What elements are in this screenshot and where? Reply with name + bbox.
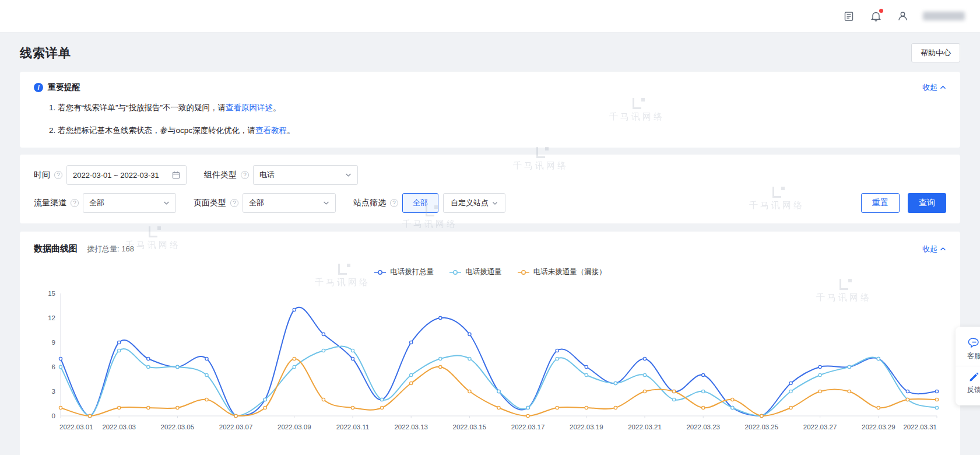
svg-text:2022.03.29: 2022.03.29 (862, 424, 895, 430)
chevron-down-icon (345, 173, 352, 177)
top-header (0, 0, 980, 33)
notification-dot (879, 9, 883, 13)
reset-button[interactable]: 重置 (861, 193, 900, 213)
chart-collapse-link[interactable]: 收起 (922, 244, 946, 254)
component-type-select[interactable]: 电话 (253, 165, 358, 185)
help-center-button[interactable]: 帮助中心 (911, 43, 960, 62)
orders-icon[interactable] (842, 10, 855, 23)
chevron-up-icon (940, 85, 946, 90)
svg-text:2022.03.05: 2022.03.05 (161, 424, 195, 430)
svg-text:2022.03.07: 2022.03.07 (219, 424, 253, 430)
query-button[interactable]: 查询 (908, 193, 946, 213)
notice-collapse-link[interactable]: 收起 (922, 82, 946, 93)
help-question-icon[interactable]: ? (230, 199, 238, 207)
chevron-down-icon (492, 201, 498, 205)
legend-item-2[interactable]: 电话未拨通量（漏接） (517, 267, 606, 277)
page-type-label: 页面类型 (194, 198, 226, 208)
svg-text:2022.03.11: 2022.03.11 (336, 424, 370, 430)
notice-panel: i 重要提醒 收起 1. 若您有“线索详单”与“投放报告”不一致的疑问，请查看原… (20, 72, 960, 148)
svg-text:2022.03.19: 2022.03.19 (570, 424, 603, 430)
help-question-icon[interactable]: ? (241, 171, 249, 179)
calendar-icon (172, 171, 180, 179)
svg-text:2022.03.15: 2022.03.15 (453, 424, 487, 430)
time-label: 时间 (34, 170, 50, 180)
filter-panel: 时间 ? 2022-03-01 ~ 2022-03-31 组件类型 ? 电话 (20, 155, 960, 223)
chat-bubble-icon (968, 337, 980, 349)
chevron-down-icon (323, 201, 329, 205)
site-filter-label: 站点筛选 (353, 198, 386, 208)
date-range-input[interactable]: 2022-03-01 ~ 2022-03-31 (66, 165, 187, 185)
filter-page-type: 页面类型 ? 全部 (194, 193, 336, 213)
chevron-up-icon (940, 247, 946, 251)
help-question-icon[interactable]: ? (390, 199, 398, 207)
view-tutorial-link[interactable]: 查看教程 (255, 126, 287, 135)
customer-service-button[interactable]: 客服 (956, 332, 980, 366)
page-type-select[interactable]: 全部 (243, 193, 336, 213)
component-type-label: 组件类型 (204, 170, 237, 180)
svg-text:9: 9 (52, 339, 55, 346)
line-chart[interactable]: 036912152022.03.012022.03.032022.03.0520… (34, 277, 946, 433)
legend-item-0[interactable]: 电话拨打总量 (374, 267, 434, 277)
svg-text:2022.03.01: 2022.03.01 (59, 424, 93, 430)
site-all-button[interactable]: 全部 (402, 193, 438, 213)
traffic-channel-label: 流量渠道 (34, 198, 66, 208)
customer-service-label: 客服 (967, 351, 980, 361)
feedback-button[interactable]: 反馈 (956, 366, 980, 400)
legend-marker-icon (517, 270, 530, 275)
chart-panel: 数据曲线图 拨打总量: 168 收起 电话拨打总量电话拨通量电话未拨通量（漏接）… (20, 232, 960, 455)
site-custom-button[interactable]: 自定义站点 (443, 193, 505, 213)
svg-text:2022.03.21: 2022.03.21 (628, 424, 662, 430)
help-question-icon[interactable]: ? (71, 199, 79, 207)
filter-site: 站点筛选 ? 全部 自定义站点 (353, 193, 505, 213)
filter-traffic-channel: 流量渠道 ? 全部 (34, 193, 176, 213)
traffic-channel-select[interactable]: 全部 (83, 193, 176, 213)
chart-legend: 电话拨打总量电话拨通量电话未拨通量（漏接） (34, 267, 946, 277)
svg-text:2022.03.17: 2022.03.17 (511, 424, 545, 430)
feedback-label: 反馈 (967, 385, 980, 395)
svg-text:2022.03.23: 2022.03.23 (686, 424, 720, 430)
notice-collapse-label: 收起 (922, 82, 937, 93)
bell-icon[interactable] (869, 10, 882, 23)
username-redacted[interactable] (923, 12, 965, 20)
legend-marker-icon (374, 270, 387, 275)
svg-text:2022.03.09: 2022.03.09 (278, 424, 311, 430)
notice-line-1: 1. 若您有“线索详单”与“投放报告”不一致的疑问，请查看原因详述。 (49, 100, 946, 116)
legend-marker-icon (449, 270, 462, 275)
svg-text:15: 15 (48, 290, 55, 297)
svg-text:2022.03.31: 2022.03.31 (903, 424, 937, 430)
chevron-down-icon (163, 201, 170, 205)
svg-text:3: 3 (52, 388, 55, 395)
chart-total-calls: 拨打总量: 168 (87, 244, 134, 254)
user-icon[interactable] (896, 10, 909, 23)
view-reason-link[interactable]: 查看原因详述 (226, 103, 273, 112)
svg-text:2022.03.03: 2022.03.03 (102, 424, 136, 430)
svg-text:2022.03.27: 2022.03.27 (803, 424, 837, 430)
chart-collapse-label: 收起 (922, 244, 937, 254)
svg-text:2022.03.13: 2022.03.13 (394, 424, 428, 430)
help-question-icon[interactable]: ? (54, 171, 62, 179)
floating-tools-panel: 客服 反馈 (956, 327, 980, 405)
pencil-icon (968, 371, 980, 383)
svg-text:6: 6 (52, 363, 55, 370)
notice-title: 重要提醒 (48, 82, 80, 93)
svg-text:2022.03.25: 2022.03.25 (745, 424, 779, 430)
svg-text:12: 12 (48, 314, 55, 321)
legend-item-1[interactable]: 电话拨通量 (449, 267, 502, 277)
chart-title: 数据曲线图 (34, 243, 78, 254)
notice-line-2: 2. 若您想标记基木鱼线索状态，参与ocpc深度转化优化，请查看教程。 (49, 123, 946, 138)
info-icon: i (34, 83, 43, 92)
page-title: 线索详单 (20, 45, 71, 61)
svg-text:0: 0 (52, 412, 55, 419)
filter-component-type: 组件类型 ? 电话 (204, 165, 358, 185)
filter-time: 时间 ? 2022-03-01 ~ 2022-03-31 (34, 165, 187, 185)
